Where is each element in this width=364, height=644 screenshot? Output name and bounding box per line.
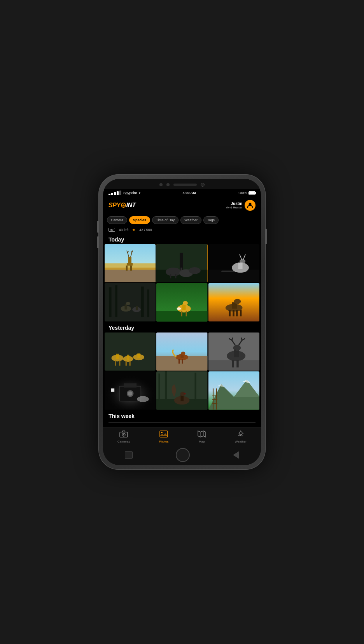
svg-rect-29 [124,304,127,310]
battery-icon [248,191,256,195]
top-bezel [103,179,261,189]
logo-text: SPY INT [108,202,136,209]
map-label: Map [199,440,205,443]
svg-rect-22 [221,271,247,272]
photo-8[interactable] [156,332,207,371]
status-left: Spypoint ▾ [108,191,140,195]
hd-left-count: 43 left [119,228,129,232]
logo: SPY INT [108,202,136,209]
favorites-count: 43 / 500 [139,228,152,232]
cameras-label: Cameras [117,440,130,443]
photo-3[interactable]: FULLHD [208,244,259,282]
avatar[interactable] [245,200,256,211]
user-info: Justin Avid Hunter [226,200,256,211]
home-button[interactable] [176,448,190,462]
photo-12[interactable] [208,371,259,410]
bottom-bezel [103,446,261,465]
speaker-dot-right [166,183,170,186]
svg-marker-107 [198,431,206,437]
svg-rect-39 [186,312,187,317]
volume-down-button[interactable] [97,236,98,248]
svg-rect-58 [126,361,127,366]
battery-percent: 100% [238,191,247,195]
svg-point-44 [234,299,241,304]
signal-bar-2 [111,193,113,195]
tab-species[interactable]: Species [129,216,150,224]
phone-frame: Spypoint ▾ 5:00 AM 100% SPY [98,174,266,470]
photo-11[interactable] [156,371,207,410]
weather-icon [236,430,245,439]
status-right: 100% [238,191,256,195]
photo-2[interactable] [156,244,207,282]
section-this-week: This week [103,410,261,426]
photos-icon [159,430,168,439]
svg-rect-97 [216,388,217,410]
svg-rect-5 [127,263,133,266]
stats-bar: HD 43 left ★ 43 / 500 [103,226,261,233]
svg-rect-65 [178,359,180,364]
status-time: 5:00 AM [182,191,196,195]
svg-rect-25 [115,285,117,317]
photo-5[interactable] [156,283,207,321]
svg-point-103 [123,434,124,436]
nav-map[interactable]: Map [194,430,209,444]
svg-rect-98 [212,395,217,396]
volume-up-button[interactable] [97,221,98,233]
svg-point-81 [137,396,149,402]
power-button[interactable] [266,229,267,244]
tab-weather[interactable]: Weather [180,216,201,224]
user-name: Justin [226,201,242,206]
app-content[interactable]: SPY INT Justin Avid Hunter [103,197,261,427]
speaker-dot-left [159,183,163,186]
svg-rect-84 [159,374,160,401]
status-bar: Spypoint ▾ 5:00 AM 100% [103,189,261,197]
front-camera [201,183,205,187]
svg-point-40 [177,308,181,310]
svg-rect-38 [181,312,182,317]
svg-rect-53 [127,355,130,360]
photo-9[interactable] [208,332,259,371]
photos-label: Photos [159,440,169,443]
svg-point-71 [233,345,241,351]
svg-rect-48 [240,310,242,316]
svg-rect-55 [137,354,140,358]
svg-rect-47 [236,310,238,316]
svg-rect-100 [212,404,217,404]
svg-rect-104 [160,431,168,437]
filter-tabs: Camera Species Time of Day Weather Tags [103,214,261,226]
svg-rect-7 [130,266,132,271]
speaker-bar [173,184,197,186]
user-role: Avid Hunter [226,206,242,209]
tab-time-of-day[interactable]: Time of Day [152,216,178,224]
user-text: Justin Avid Hunter [226,201,242,209]
svg-rect-32 [136,306,138,311]
signal-bar-4 [117,191,119,195]
section-yesterday: Yesterday [103,322,261,332]
svg-rect-90 [184,394,186,394]
nav-photos[interactable]: Photos [156,430,172,444]
photo-1[interactable] [105,244,156,282]
svg-rect-96 [213,388,214,410]
map-icon [198,430,206,439]
nav-cameras[interactable]: Cameras [114,430,133,444]
recent-apps-button[interactable] [125,451,133,459]
photo-10[interactable] [105,371,156,410]
cameras-icon [119,430,128,439]
photo-6[interactable]: FULLHD [208,283,259,321]
nav-weather[interactable]: Weather [232,430,250,444]
photo-4[interactable] [105,283,156,321]
svg-rect-20 [238,262,242,269]
svg-rect-51 [116,354,119,359]
tab-camera[interactable]: Camera [107,216,127,224]
back-button[interactable] [233,451,239,459]
phone-screen: Spypoint ▾ 5:00 AM 100% SPY [103,179,261,465]
favorites-star: ★ [132,228,135,232]
signal-bar-1 [108,194,110,195]
svg-rect-59 [129,361,130,366]
svg-rect-86 [195,373,196,401]
photo-7[interactable]: FULLHD [105,332,156,371]
svg-rect-73 [236,360,238,368]
svg-point-21 [240,259,245,263]
tab-tags[interactable]: Tags [203,216,219,224]
hd-badge: HD [108,228,115,232]
